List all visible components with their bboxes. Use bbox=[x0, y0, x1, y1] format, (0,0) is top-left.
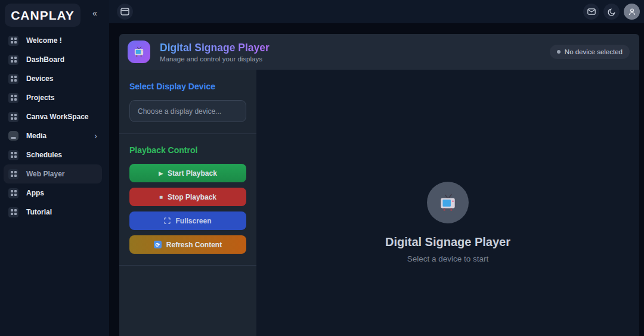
media-icon bbox=[8, 131, 18, 141]
empty-state-title: Digital Signage Player bbox=[256, 235, 639, 249]
sidebar-item-projects[interactable]: Projects bbox=[4, 88, 102, 107]
sidebar-item-label: Devices bbox=[26, 74, 53, 83]
player-control-panel: Select Display Device Choose a display d… bbox=[119, 70, 256, 336]
fullscreen-button[interactable]: Fullscreen bbox=[129, 211, 246, 230]
grid-icon bbox=[8, 188, 18, 198]
player-viewport: Digital Signage Player Select a device t… bbox=[256, 70, 639, 336]
start-playback-label: Start Playback bbox=[168, 169, 217, 178]
sidebar-item-canva-workspace[interactable]: Canva WorkSpace bbox=[4, 107, 102, 126]
moon-icon bbox=[608, 8, 616, 16]
sidebar-nav: Welcome ! DashBoard Devices Projects Can… bbox=[4, 31, 102, 222]
sidebar-item-label: Schedules bbox=[26, 151, 62, 159]
sidebar-item-label: Welcome ! bbox=[26, 36, 62, 45]
device-status-badge: No device selected bbox=[550, 45, 630, 59]
sidebar-item-web-player[interactable]: Web Player bbox=[4, 164, 102, 183]
app-window: CANPLAY « Welcome ! DashBoard Devices Pr… bbox=[0, 0, 644, 336]
grid-icon bbox=[8, 112, 18, 122]
sidebar-item-label: DashBoard bbox=[26, 55, 64, 64]
refresh-content-button[interactable]: ⟳ Refresh Content bbox=[129, 235, 246, 254]
grid-icon bbox=[8, 93, 18, 103]
page-title: Digital Signage Player bbox=[160, 42, 270, 54]
stop-playback-button[interactable]: ■ Stop Playback bbox=[129, 188, 246, 206]
refresh-icon: ⟳ bbox=[154, 241, 162, 248]
page-subtitle: Manage and control your displays bbox=[160, 55, 270, 63]
sidebar-item-devices[interactable]: Devices bbox=[4, 69, 102, 88]
sidebar: CANPLAY « Welcome ! DashBoard Devices Pr… bbox=[0, 0, 109, 336]
grid-icon bbox=[8, 55, 18, 65]
divider bbox=[119, 265, 256, 266]
sidebar-item-apps[interactable]: Apps bbox=[4, 183, 102, 203]
select-device-heading: Select Display Device bbox=[129, 82, 246, 91]
fullscreen-label: Fullscreen bbox=[175, 217, 211, 225]
stop-icon: ■ bbox=[159, 194, 163, 200]
grid-icon bbox=[8, 36, 18, 46]
play-icon: ▶ bbox=[159, 170, 163, 176]
playback-buttons: ▶ Start Playback ■ Stop Playback Fullscr… bbox=[129, 164, 246, 254]
divider bbox=[119, 133, 256, 134]
dark-mode-button[interactable] bbox=[603, 4, 620, 20]
sidebar-item-label: Canva WorkSpace bbox=[26, 113, 89, 121]
brand-logo-text: CANPLAY bbox=[11, 8, 75, 23]
sidebar-item-dashboard[interactable]: DashBoard bbox=[4, 50, 102, 69]
tv-icon bbox=[132, 46, 145, 58]
sidebar-collapse-icon[interactable]: « bbox=[90, 7, 100, 19]
tv-icon bbox=[437, 193, 459, 213]
sidebar-item-label: Tutorial bbox=[26, 208, 52, 216]
stop-playback-label: Stop Playback bbox=[168, 193, 216, 201]
user-icon bbox=[628, 8, 636, 16]
playback-control-heading: Playback Control bbox=[129, 145, 246, 155]
sidebar-item-tutorial[interactable]: Tutorial bbox=[4, 203, 102, 222]
page-header: Digital Signage Player Manage and contro… bbox=[119, 34, 639, 70]
status-badge-label: No device selected bbox=[565, 48, 623, 55]
empty-state-subtitle: Select a device to start bbox=[256, 254, 639, 263]
mail-icon bbox=[587, 8, 596, 15]
sidebar-toggle-button[interactable] bbox=[117, 4, 133, 20]
refresh-content-label: Refresh Content bbox=[166, 241, 222, 249]
chevron-right-icon: › bbox=[94, 132, 97, 140]
sidebar-item-label: Apps bbox=[26, 189, 44, 197]
empty-state-circle bbox=[427, 182, 469, 223]
user-avatar[interactable] bbox=[624, 4, 640, 20]
status-dot-icon bbox=[557, 50, 561, 54]
app-icon bbox=[128, 41, 150, 63]
sidebar-item-welcome[interactable]: Welcome ! bbox=[4, 31, 102, 50]
page-header-text: Digital Signage Player Manage and contro… bbox=[160, 42, 270, 63]
brand-logo[interactable]: CANPLAY bbox=[5, 4, 80, 27]
sidebar-item-schedules[interactable]: Schedules bbox=[4, 145, 102, 164]
window-icon bbox=[120, 8, 129, 15]
grid-icon bbox=[8, 74, 18, 84]
sidebar-item-label: Web Player bbox=[26, 170, 64, 178]
fullscreen-icon bbox=[164, 217, 171, 224]
messages-button[interactable] bbox=[583, 4, 599, 20]
device-select[interactable]: Choose a display device... bbox=[129, 100, 246, 122]
topbar-actions bbox=[583, 4, 640, 20]
device-select-placeholder: Choose a display device... bbox=[138, 107, 221, 116]
start-playback-button[interactable]: ▶ Start Playback bbox=[129, 164, 246, 182]
sidebar-item-label: Projects bbox=[26, 94, 54, 102]
topbar bbox=[109, 0, 644, 23]
grid-icon bbox=[8, 207, 18, 217]
empty-state: Digital Signage Player Select a device t… bbox=[256, 70, 639, 263]
sidebar-item-label: Media bbox=[26, 132, 47, 140]
sidebar-item-media[interactable]: Media › bbox=[4, 126, 102, 145]
grid-icon bbox=[8, 150, 18, 160]
grid-icon bbox=[8, 169, 18, 179]
